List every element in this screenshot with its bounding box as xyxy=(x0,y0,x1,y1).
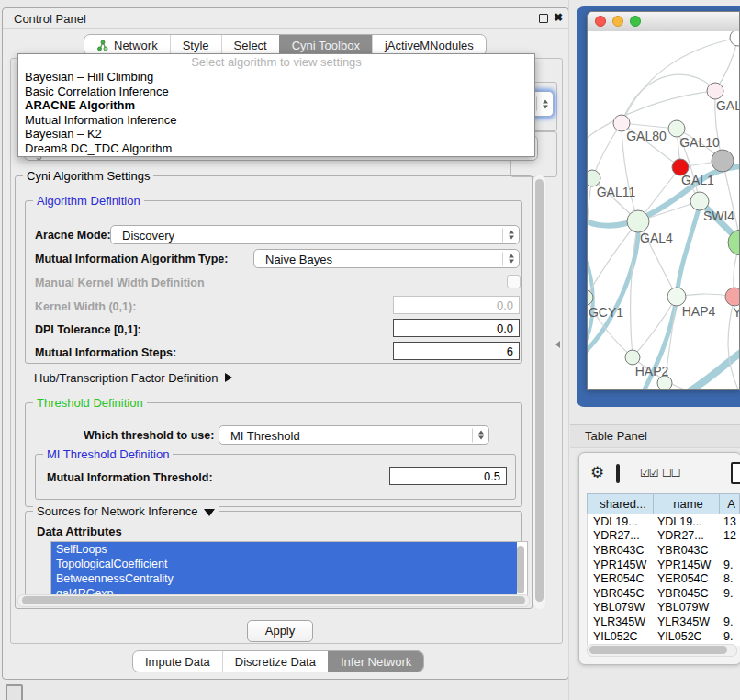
sources-group-title[interactable]: Sources for Network Inference xyxy=(33,504,219,518)
algorithm-option[interactable]: Mutual Information Inference xyxy=(18,113,534,128)
table-row[interactable]: YDR27...YDR27...12 xyxy=(588,529,740,544)
tab-cyni-toolbox[interactable]: Cyni Toolbox xyxy=(279,35,372,55)
network-node-gal[interactable] xyxy=(707,83,723,99)
algorithm-definition-group: Algorithm Definition Aracne Mode: Discov… xyxy=(25,200,522,364)
tab-infer-network[interactable]: Infer Network xyxy=(328,651,423,672)
data-attribute-item[interactable]: SelfLoops xyxy=(51,542,517,557)
node-label: GAL11 xyxy=(597,185,636,199)
network-view-frame: GALGAL80GAL10GAL1GAL11SWI4GAL4GCY1HAP4YH… xyxy=(577,6,740,407)
column-header-clipped[interactable]: A xyxy=(720,494,740,514)
aracne-mode-select[interactable]: Discovery xyxy=(110,225,520,244)
minimized-panel-icon[interactable] xyxy=(6,684,23,700)
divider-grip-icon[interactable] xyxy=(555,341,560,348)
aracne-mode-value: Discovery xyxy=(122,228,174,242)
which-threshold-value: MI Threshold xyxy=(230,428,300,442)
settings-hscrollbar-thumb[interactable] xyxy=(22,596,525,604)
table-row[interactable]: YPR145WYPR145W9. xyxy=(588,558,740,572)
close-icon[interactable]: ✖ xyxy=(554,11,563,24)
kernel-width-field[interactable]: 0.0 xyxy=(393,296,520,314)
algorithm-option[interactable]: Basic Correlation Inference xyxy=(18,85,534,99)
node-label: GCY1 xyxy=(589,305,623,320)
data-attribute-item[interactable]: TopologicalCoefficient xyxy=(51,557,517,571)
gear-icon[interactable]: ⚙ xyxy=(590,463,604,482)
control-panel-titlebar[interactable]: Control Panel ✖ xyxy=(3,8,568,29)
algorithm-option[interactable]: Dream8 DC_TDC Algorithm xyxy=(18,141,534,156)
dpi-tolerance-label: DPI Tolerance [0,1]: xyxy=(35,323,141,336)
network-node-gal4[interactable] xyxy=(627,210,649,232)
table-panel-titlebar[interactable]: Table Panel xyxy=(570,424,740,448)
settings-vscrollbar-thumb[interactable] xyxy=(535,179,544,602)
network-window-titlebar[interactable] xyxy=(588,12,739,32)
table-hscrollbar-thumb[interactable] xyxy=(589,646,727,654)
table-row[interactable]: YBR043CYBR043C xyxy=(588,543,740,558)
deselect-all-columns-icon[interactable]: ☐☐ xyxy=(662,467,680,480)
table-row[interactable]: YBL079WYBL079W xyxy=(588,601,740,615)
node-table: shared... name A YDL19...YDL19...13YDR27… xyxy=(587,493,740,646)
algorithm-option[interactable]: ARACNE Algorithm xyxy=(18,98,534,113)
tab-style[interactable]: Style xyxy=(170,35,221,55)
table-row[interactable]: YBR045CYBR045C9. xyxy=(588,586,740,601)
expand-right-icon xyxy=(225,373,232,382)
settings-hscrollbar[interactable] xyxy=(17,594,530,607)
mi-threshold-field[interactable]: 0.5 xyxy=(389,467,507,485)
network-node-swi4[interactable] xyxy=(690,192,709,210)
tab-network-label: Network xyxy=(114,39,158,52)
settings-vscrollbar[interactable] xyxy=(533,175,545,609)
float-window-icon[interactable] xyxy=(539,14,548,23)
hub-definition-label: Hub/Transcription Factor Definition xyxy=(34,371,218,385)
manual-kernel-checkbox[interactable] xyxy=(507,275,521,288)
tab-network[interactable]: Network xyxy=(84,35,170,55)
popup-placeholder: Select algorithm to view settings xyxy=(18,54,534,70)
mi-threshold-label: Mutual Information Threshold: xyxy=(47,471,213,484)
table-row[interactable]: YDL19...YDL19...13 xyxy=(588,514,740,529)
table-row[interactable]: YLR345WYLR345W9. xyxy=(588,615,740,629)
application-root: Control Panel ✖ Network Style Se xyxy=(0,0,740,700)
threshold-definition-title: Threshold Definition xyxy=(33,396,147,410)
tab-select[interactable]: Select xyxy=(221,35,279,55)
control-panel-title: Control Panel xyxy=(14,12,86,26)
algorithm-option-list: Bayesian – Hill ClimbingBasic Correlatio… xyxy=(18,70,534,156)
node-label: GAL4 xyxy=(640,231,673,245)
zoom-traffic-light[interactable] xyxy=(630,16,641,27)
mi-threshold-group: MI Threshold Definition Mutual Informati… xyxy=(35,454,516,500)
tab-jactivemnodules[interactable]: jActiveMNodules xyxy=(372,35,486,55)
tab-impute-data[interactable]: Impute Data xyxy=(133,651,222,672)
column-header-name[interactable]: name xyxy=(654,494,720,514)
column-header-shared-name[interactable]: shared... xyxy=(588,494,654,514)
apply-button[interactable]: Apply xyxy=(247,620,313,642)
sources-group: Sources for Network Inference Data Attri… xyxy=(25,511,522,606)
table-row[interactable]: YIL052CYIL052C9. xyxy=(588,629,740,644)
mi-algorithm-type-select[interactable]: Naive Bayes xyxy=(253,249,520,268)
algorithm-option[interactable]: Bayesian – Hill Climbing xyxy=(18,70,534,85)
document-icon[interactable] xyxy=(731,462,740,484)
control-panel-window: Control Panel ✖ Network Style Se xyxy=(2,7,569,680)
which-threshold-select[interactable]: MI Threshold xyxy=(219,425,489,445)
data-attribute-item[interactable]: BetweennessCentrality xyxy=(51,571,517,586)
table-hscrollbar[interactable] xyxy=(587,644,737,657)
minimize-traffic-light[interactable] xyxy=(612,16,623,27)
tab-discretize-data[interactable]: Discretize Data xyxy=(222,651,328,672)
network-node-hap2[interactable] xyxy=(625,350,640,365)
mi-type-label: Mutual Information Algorithm Type: xyxy=(35,253,228,265)
node-label: GAL80 xyxy=(626,129,667,143)
mi-steps-field[interactable]: 6 xyxy=(393,342,520,360)
network-node-y[interactable] xyxy=(725,288,739,306)
list-scrollbar-thumb[interactable] xyxy=(517,546,524,593)
network-node[interactable] xyxy=(712,150,734,172)
table-row[interactable]: YER054CYER054C8. xyxy=(588,571,740,586)
close-traffic-light[interactable] xyxy=(595,16,606,27)
stepper-arrows-icon xyxy=(502,228,514,242)
algorithm-option[interactable]: Bayesian – K2 xyxy=(18,127,534,141)
select-all-columns-icon[interactable]: ☑☑ xyxy=(640,467,658,480)
stepper-arrows-icon xyxy=(502,252,514,265)
data-attributes-list[interactable]: SelfLoopsTopologicalCoefficientBetweenne… xyxy=(50,541,528,602)
network-canvas[interactable]: GALGAL80GAL10GAL1GAL11SWI4GAL4GCY1HAP4YH… xyxy=(588,31,739,389)
hub-definition-expander[interactable]: Hub/Transcription Factor Definition xyxy=(34,371,232,385)
mi-type-value: Naive Bayes xyxy=(265,252,332,265)
network-node-hap4[interactable] xyxy=(667,288,686,306)
stepper-arrows-icon xyxy=(536,97,548,111)
network-node[interactable] xyxy=(730,31,739,46)
stepper-arrows-icon xyxy=(472,428,484,442)
dpi-tolerance-field[interactable]: 0.0 xyxy=(393,319,520,337)
split-columns-icon[interactable] xyxy=(616,464,620,483)
